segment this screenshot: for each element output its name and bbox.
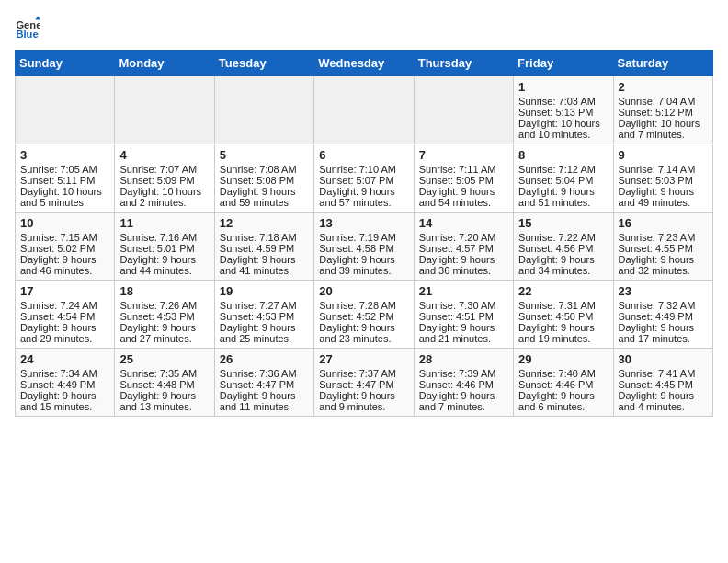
- day-info-line: Sunrise: 7:22 AM: [518, 232, 608, 243]
- calendar-cell: 10Sunrise: 7:15 AMSunset: 5:02 PMDayligh…: [16, 213, 115, 281]
- day-number: 13: [319, 216, 408, 230]
- day-info-line: Sunset: 4:51 PM: [419, 311, 508, 322]
- calendar-cell: 13Sunrise: 7:19 AMSunset: 4:58 PMDayligh…: [314, 213, 414, 281]
- day-info-line: Sunrise: 7:15 AM: [20, 232, 109, 243]
- day-info-line: Sunrise: 7:19 AM: [319, 232, 408, 243]
- day-info-line: Sunset: 5:13 PM: [518, 107, 608, 118]
- day-info-line: Sunrise: 7:12 AM: [518, 164, 608, 175]
- day-info-line: Sunrise: 7:27 AM: [220, 300, 309, 311]
- day-info-line: Sunrise: 7:30 AM: [419, 300, 508, 311]
- day-info-line: Daylight: 10 hours and 7 minutes.: [619, 118, 708, 140]
- day-number: 11: [119, 216, 209, 230]
- day-info-line: Sunset: 4:47 PM: [319, 379, 408, 390]
- day-number: 15: [518, 216, 608, 230]
- day-number: 23: [619, 284, 708, 298]
- calendar-header: SundayMondayTuesdayWednesdayThursdayFrid…: [16, 51, 713, 76]
- day-number: 2: [619, 80, 708, 94]
- calendar-cell: [115, 76, 214, 144]
- day-info-line: Daylight: 10 hours and 10 minutes.: [518, 118, 608, 140]
- calendar-cell: 24Sunrise: 7:34 AMSunset: 4:49 PMDayligh…: [16, 349, 115, 417]
- calendar-cell: 2Sunrise: 7:04 AMSunset: 5:12 PMDaylight…: [613, 76, 712, 144]
- day-info-line: Daylight: 9 hours and 54 minutes.: [419, 186, 508, 208]
- day-info-line: Sunset: 5:07 PM: [319, 175, 408, 186]
- day-number: 5: [220, 148, 309, 162]
- day-number: 10: [20, 216, 109, 230]
- day-info-line: Sunset: 4:53 PM: [220, 311, 309, 322]
- day-info-line: Daylight: 9 hours and 6 minutes.: [518, 390, 608, 412]
- day-info-line: Sunset: 5:08 PM: [220, 175, 309, 186]
- calendar-cell: 17Sunrise: 7:24 AMSunset: 4:54 PMDayligh…: [16, 281, 115, 349]
- calendar-cell: 27Sunrise: 7:37 AMSunset: 4:47 PMDayligh…: [314, 349, 414, 417]
- day-number: 20: [319, 284, 408, 298]
- calendar-cell: [214, 76, 313, 144]
- day-info-line: Sunset: 4:46 PM: [419, 379, 508, 390]
- day-number: 19: [220, 284, 309, 298]
- calendar-cell: 22Sunrise: 7:31 AMSunset: 4:50 PMDayligh…: [514, 281, 613, 349]
- day-info-line: Sunrise: 7:24 AM: [20, 300, 109, 311]
- day-info-line: Sunrise: 7:20 AM: [419, 232, 508, 243]
- day-number: 17: [20, 284, 109, 298]
- day-info-line: Sunrise: 7:31 AM: [518, 300, 608, 311]
- day-info-line: Sunrise: 7:35 AM: [119, 368, 209, 379]
- day-info-line: Sunrise: 7:03 AM: [518, 96, 608, 107]
- day-number: 28: [419, 352, 508, 366]
- day-info-line: Daylight: 9 hours and 13 minutes.: [119, 390, 209, 412]
- day-number: 25: [119, 352, 209, 366]
- day-number: 3: [20, 148, 109, 162]
- day-info-line: Sunrise: 7:32 AM: [619, 300, 708, 311]
- calendar-cell: 5Sunrise: 7:08 AMSunset: 5:08 PMDaylight…: [214, 144, 313, 213]
- day-info-line: Sunset: 5:09 PM: [119, 175, 209, 186]
- day-info-line: Sunrise: 7:07 AM: [119, 164, 209, 175]
- calendar-body: 1Sunrise: 7:03 AMSunset: 5:13 PMDaylight…: [16, 76, 713, 417]
- calendar-cell: 19Sunrise: 7:27 AMSunset: 4:53 PMDayligh…: [214, 281, 313, 349]
- day-info-line: Sunrise: 7:36 AM: [220, 368, 309, 379]
- day-number: 4: [119, 148, 209, 162]
- day-info-line: Sunset: 4:45 PM: [619, 379, 708, 390]
- day-info-line: Daylight: 9 hours and 46 minutes.: [20, 254, 109, 276]
- day-info-line: Sunset: 4:49 PM: [20, 379, 109, 390]
- day-info-line: Sunrise: 7:16 AM: [119, 232, 209, 243]
- logo-icon: General Blue: [15, 15, 40, 40]
- day-number: 27: [319, 352, 408, 366]
- day-info-line: Daylight: 9 hours and 27 minutes.: [119, 322, 209, 344]
- day-info-line: Sunrise: 7:04 AM: [619, 96, 708, 107]
- calendar-cell: 9Sunrise: 7:14 AMSunset: 5:03 PMDaylight…: [613, 144, 712, 213]
- calendar-cell: 6Sunrise: 7:10 AMSunset: 5:07 PMDaylight…: [314, 144, 414, 213]
- day-info-line: Sunset: 5:05 PM: [419, 175, 508, 186]
- day-info-line: Daylight: 9 hours and 19 minutes.: [518, 322, 608, 344]
- day-info-line: Daylight: 10 hours and 5 minutes.: [20, 186, 109, 208]
- day-number: 16: [619, 216, 708, 230]
- day-header-friday: Friday: [514, 51, 613, 76]
- day-number: 18: [119, 284, 209, 298]
- day-number: 22: [518, 284, 608, 298]
- day-info-line: Sunset: 4:59 PM: [220, 243, 309, 254]
- day-number: 24: [20, 352, 109, 366]
- day-header-monday: Monday: [115, 51, 214, 76]
- day-number: 7: [419, 148, 508, 162]
- day-info-line: Sunset: 4:47 PM: [220, 379, 309, 390]
- calendar-cell: 11Sunrise: 7:16 AMSunset: 5:01 PMDayligh…: [115, 213, 214, 281]
- day-info-line: Daylight: 9 hours and 21 minutes.: [419, 322, 508, 344]
- day-info-line: Sunrise: 7:14 AM: [619, 164, 708, 175]
- day-info-line: Daylight: 9 hours and 41 minutes.: [220, 254, 309, 276]
- calendar-cell: [414, 76, 513, 144]
- calendar-cell: 4Sunrise: 7:07 AMSunset: 5:09 PMDaylight…: [115, 144, 214, 213]
- day-number: 14: [419, 216, 508, 230]
- header: General Blue: [15, 15, 713, 40]
- day-info-line: Daylight: 9 hours and 9 minutes.: [319, 390, 408, 412]
- day-info-line: Sunset: 4:58 PM: [319, 243, 408, 254]
- day-info-line: Daylight: 9 hours and 34 minutes.: [518, 254, 608, 276]
- day-info-line: Sunset: 4:49 PM: [619, 311, 708, 322]
- day-info-line: Daylight: 9 hours and 15 minutes.: [20, 390, 109, 412]
- day-info-line: Sunrise: 7:34 AM: [20, 368, 109, 379]
- day-header-thursday: Thursday: [414, 51, 513, 76]
- calendar-cell: 18Sunrise: 7:26 AMSunset: 4:53 PMDayligh…: [115, 281, 214, 349]
- day-info-line: Sunrise: 7:18 AM: [220, 232, 309, 243]
- day-number: 12: [220, 216, 309, 230]
- day-info-line: Daylight: 9 hours and 25 minutes.: [220, 322, 309, 344]
- day-number: 30: [619, 352, 708, 366]
- day-info-line: Sunset: 4:46 PM: [518, 379, 608, 390]
- day-info-line: Sunrise: 7:41 AM: [619, 368, 708, 379]
- calendar-cell: 20Sunrise: 7:28 AMSunset: 4:52 PMDayligh…: [314, 281, 414, 349]
- day-number: 6: [319, 148, 408, 162]
